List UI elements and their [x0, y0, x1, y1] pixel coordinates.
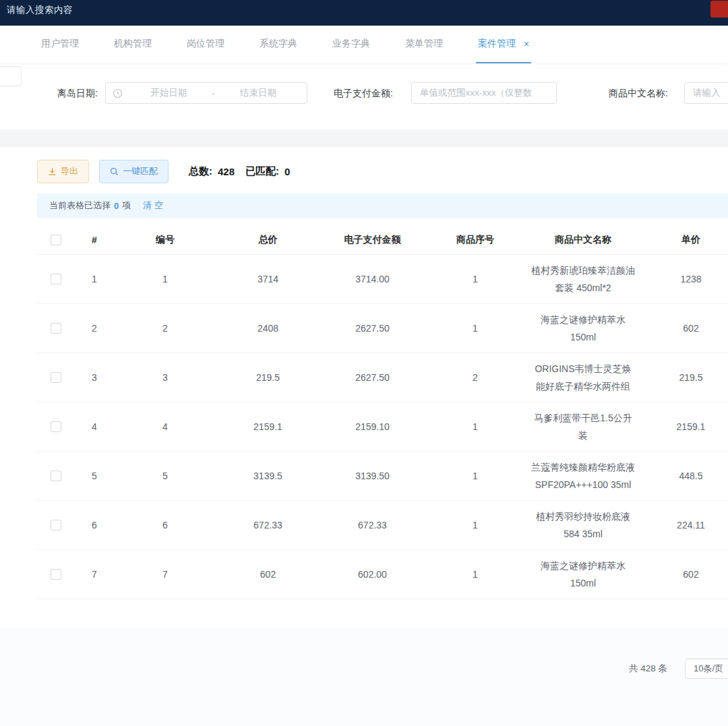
- matched-value: 0: [284, 166, 290, 177]
- tab-label: 业务字典: [332, 38, 370, 50]
- product-name-input[interactable]: 请输入: [684, 82, 728, 104]
- row-checkbox-cell: [37, 520, 74, 531]
- tab-机构管理[interactable]: 机构管理: [112, 26, 154, 63]
- cell-total: 3714: [216, 274, 320, 284]
- cell-seq: 1: [425, 274, 526, 284]
- tab-label: 菜单管理: [405, 38, 443, 50]
- column-header: 编号: [115, 234, 216, 246]
- case-management-page: { "topbar": { "search_placeholder": "请输入…: [0, 0, 728, 726]
- cell-epay: 2159.10: [320, 421, 425, 432]
- clear-selection-link[interactable]: 清空: [143, 200, 166, 212]
- case-table-panel: 导出 一键匹配 总数: 428 已匹配: 0 当前表格已选择 0 项 清空 #编…: [0, 147, 728, 628]
- row-checkbox[interactable]: [51, 569, 61, 580]
- cell-seq: 2: [425, 372, 526, 383]
- cell-code: 2: [115, 323, 216, 334]
- clock-icon: [113, 88, 123, 98]
- cell-epay: 3139.50: [320, 471, 425, 481]
- start-date-placeholder[interactable]: 开始日期: [127, 87, 210, 99]
- tab-bar: 用户管理机构管理岗位管理系统字典业务字典菜单管理案件管理×: [0, 26, 728, 63]
- end-date-placeholder[interactable]: 结束日期: [216, 87, 300, 99]
- product-name-placeholder: 请输入: [693, 87, 721, 99]
- date-range-picker[interactable]: 开始日期 - 结束日期: [105, 82, 307, 104]
- table-row: 1137143714.001植村秀新琥珀臻萃洁颜油套装 450ml*21238: [37, 255, 728, 304]
- export-button[interactable]: 导出: [37, 160, 89, 183]
- tab-close-icon[interactable]: ×: [524, 39, 529, 49]
- tab-label: 用户管理: [41, 38, 79, 50]
- cell-total: 602: [216, 569, 320, 580]
- tab-label: 系统字典: [260, 38, 297, 50]
- top-search-bar: 请输入搜索内容: [0, 0, 728, 26]
- topbar-corner-badge[interactable]: [710, 1, 728, 18]
- tab-系统字典[interactable]: 系统字典: [257, 26, 299, 63]
- tab-label: 岗位管理: [187, 38, 224, 50]
- row-checkbox[interactable]: [51, 520, 61, 531]
- cell-code: 6: [115, 520, 216, 531]
- pagination-total: 共 428 条: [629, 663, 667, 675]
- cell-name: 卡诗菁纯亮泽经典香氛: [526, 607, 640, 617]
- table-row: 66672.33672.331植村秀羽纱持妆粉底液 584 35ml224.11: [37, 501, 728, 550]
- table-row: 33219.52627.502ORIGINS韦博士灵芝焕能好底子精华水两件组21…: [37, 353, 728, 402]
- global-search-input[interactable]: 请输入搜索内容: [7, 5, 73, 15]
- download-icon: [48, 167, 57, 176]
- row-checkbox[interactable]: [51, 323, 61, 334]
- cell-index: 6: [74, 520, 115, 531]
- cell-index: 4: [74, 421, 115, 432]
- tab-菜单管理[interactable]: 菜单管理: [403, 26, 445, 63]
- cell-name: 植村秀新琥珀臻萃洁颜油套装 450ml*2: [526, 255, 640, 303]
- table-toolbar: 导出 一键匹配 总数: 428 已匹配: 0: [37, 159, 728, 183]
- header-checkbox-cell: [37, 235, 74, 245]
- table-row: 88卡诗菁纯亮泽经典香氛: [37, 599, 728, 617]
- date-range-separator: -: [210, 88, 216, 98]
- epay-amount-label: 电子支付金额:: [334, 88, 393, 100]
- one-key-match-button[interactable]: 一键匹配: [99, 160, 169, 183]
- cell-epay: 2627.50: [320, 323, 425, 334]
- row-checkbox[interactable]: [51, 372, 61, 383]
- cell-unit: 2159.1: [640, 421, 728, 432]
- selection-alert-bar: 当前表格已选择 0 项 清空: [37, 193, 728, 218]
- cell-epay: 3714.00: [320, 274, 425, 284]
- tab-label: 案件管理: [478, 38, 516, 50]
- column-header: 总价: [216, 234, 320, 246]
- tab-岗位管理[interactable]: 岗位管理: [185, 26, 226, 63]
- row-checkbox-cell: [37, 569, 74, 580]
- cell-code: 3: [115, 372, 216, 383]
- cell-index: 7: [74, 569, 115, 580]
- epay-amount-placeholder: 单值或范围xxx-xxx（仅整数: [420, 87, 533, 99]
- row-checkbox-cell: [37, 323, 74, 334]
- epay-amount-input[interactable]: 单值或范围xxx-xxx（仅整数: [411, 82, 557, 104]
- table-row: 2224082627.501海蓝之谜修护精萃水 150ml602: [37, 304, 728, 353]
- select-all-checkbox[interactable]: [51, 235, 61, 245]
- tab-业务字典[interactable]: 业务字典: [330, 26, 372, 63]
- matched-label: 已匹配:: [245, 165, 279, 178]
- cell-unit: 1238: [640, 274, 728, 284]
- cell-unit: 602: [640, 569, 728, 580]
- table-row: 553139.53139.501兰蔻菁纯臻颜精华粉底液SPF20PA+++100…: [37, 452, 728, 501]
- column-header: #: [74, 235, 115, 245]
- tab-label: 机构管理: [114, 38, 152, 50]
- search-icon: [110, 167, 119, 176]
- cell-code: 7: [115, 569, 216, 580]
- tab-用户管理[interactable]: 用户管理: [39, 26, 81, 63]
- cell-name: 海蓝之谜修护精萃水 150ml: [526, 550, 640, 599]
- cell-name: 海蓝之谜修护精萃水 150ml: [526, 304, 640, 353]
- cell-seq: 1: [425, 520, 526, 531]
- column-header: 商品中文名称: [526, 234, 640, 246]
- page-size-select[interactable]: 10条/页: [685, 659, 728, 679]
- column-header: 商品序号: [425, 234, 526, 246]
- total-label: 总数:: [189, 165, 212, 178]
- row-checkbox[interactable]: [51, 274, 61, 284]
- footer-area: 共 428 条 10条/页: [0, 628, 728, 726]
- row-checkbox[interactable]: [51, 471, 61, 481]
- cell-code: 1: [115, 274, 216, 284]
- cell-name: 马爹利蓝带干邑1.5公升装: [526, 402, 640, 451]
- row-checkbox[interactable]: [51, 421, 61, 432]
- section-divider-band: [0, 129, 728, 147]
- total-value: 428: [218, 166, 235, 177]
- cell-unit: 219.5: [640, 372, 728, 383]
- row-checkbox-cell: [37, 471, 74, 481]
- cell-total: 3139.5: [216, 471, 320, 481]
- table-row: 77602602.001海蓝之谜修护精萃水 150ml602: [37, 550, 728, 599]
- tab-案件管理[interactable]: 案件管理×: [476, 26, 531, 63]
- cell-name: 兰蔻菁纯臻颜精华粉底液SPF20PA+++100 35ml: [526, 452, 640, 500]
- cell-name: 植村秀羽纱持妆粉底液 584 35ml: [526, 501, 640, 549]
